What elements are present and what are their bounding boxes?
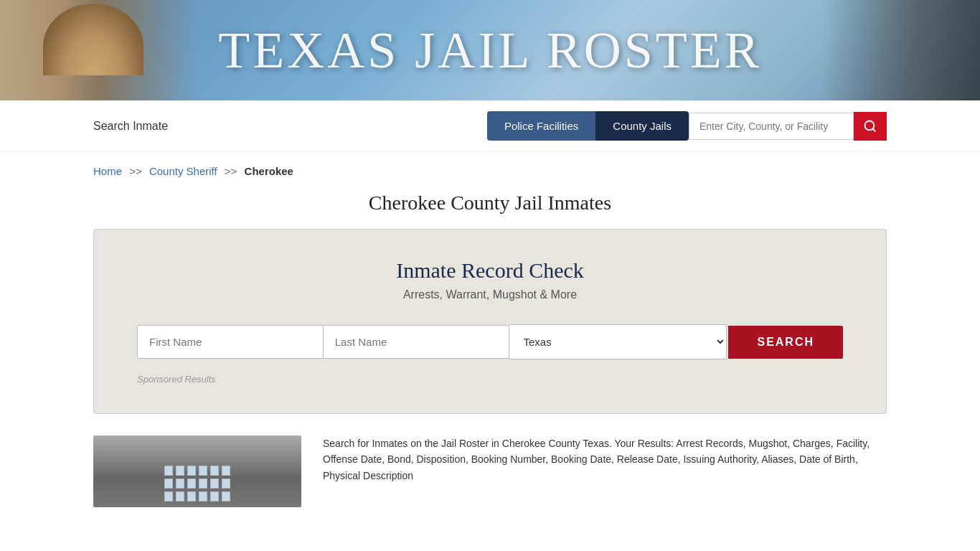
county-jails-button[interactable]: County Jails — [595, 111, 689, 141]
police-facilities-button[interactable]: Police Facilities — [487, 111, 595, 141]
keys-background — [822, 0, 980, 100]
record-check-title: Inmate Record Check — [137, 258, 843, 283]
breadcrumb-sep2: >> — [225, 165, 237, 177]
sponsored-results-label: Sponsored Results — [137, 374, 843, 385]
site-title: Texas Jail Roster — [218, 21, 761, 80]
header-banner: Texas Jail Roster — [0, 0, 980, 100]
search-inmate-label: Search Inmate — [93, 120, 168, 133]
record-check-form: AlabamaAlaskaArizonaArkansasCaliforniaCo… — [137, 324, 843, 359]
building-windows — [164, 466, 230, 501]
breadcrumb-sep1: >> — [129, 165, 142, 177]
facility-search-button[interactable] — [854, 112, 887, 141]
bottom-section: Search for Inmates on the Jail Roster in… — [0, 435, 980, 529]
facility-image — [93, 435, 301, 507]
page-title: Cherokee County Jail Inmates — [0, 192, 980, 215]
first-name-input[interactable] — [137, 325, 324, 359]
nav-bar: Search Inmate Police Facilities County J… — [0, 100, 980, 152]
breadcrumb-current: Cherokee — [245, 165, 293, 177]
building-visual — [93, 435, 301, 507]
facility-search-input[interactable] — [689, 113, 854, 140]
record-check-subtitle: Arrests, Warrant, Mugshot & More — [137, 288, 843, 301]
nav-buttons: Police Facilities County Jails — [487, 111, 887, 141]
breadcrumb-home[interactable]: Home — [93, 165, 122, 177]
last-name-input[interactable] — [324, 325, 509, 359]
search-icon — [864, 120, 877, 133]
bottom-description: Search for Inmates on the Jail Roster in… — [323, 435, 887, 507]
breadcrumb: Home >> County Sheriff >> Cherokee — [0, 152, 980, 184]
breadcrumb-county-sheriff[interactable]: County Sheriff — [149, 165, 217, 177]
record-check-box: Inmate Record Check Arrests, Warrant, Mu… — [93, 229, 887, 414]
state-select[interactable]: AlabamaAlaskaArizonaArkansasCaliforniaCo… — [509, 324, 727, 359]
record-check-search-button[interactable]: SEARCH — [728, 326, 843, 359]
